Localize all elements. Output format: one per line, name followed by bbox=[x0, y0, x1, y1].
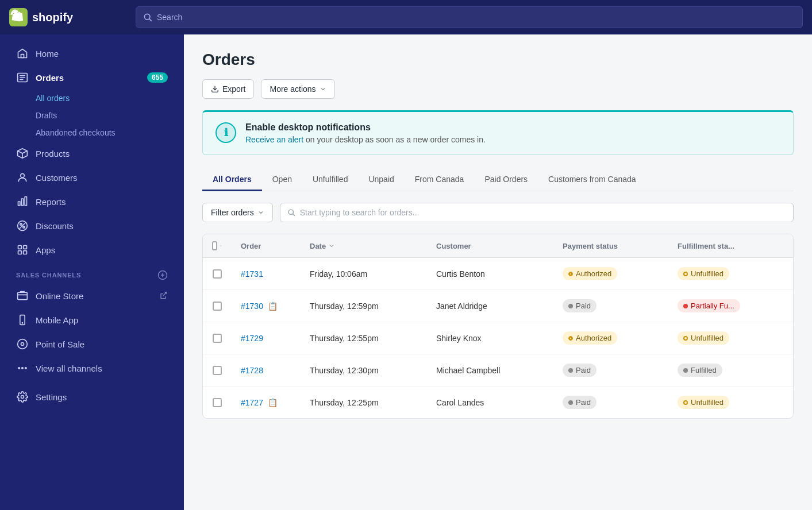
svg-rect-20 bbox=[24, 246, 27, 249]
sidebar-item-label: Point of Sale bbox=[36, 339, 84, 349]
row-checkbox[interactable] bbox=[203, 324, 232, 352]
order-number[interactable]: #1730 📋 bbox=[232, 292, 301, 320]
export-icon bbox=[211, 85, 219, 93]
badge-dot bbox=[683, 272, 688, 276]
svg-rect-15 bbox=[25, 197, 26, 206]
sidebar-item-pos[interactable]: Point of Sale bbox=[5, 332, 179, 356]
logo[interactable]: shopify bbox=[9, 8, 124, 26]
sidebar-item-online-store[interactable]: Online Store bbox=[5, 284, 179, 308]
payment-badge: Authorized bbox=[563, 267, 617, 280]
payment-status: Authorized bbox=[553, 258, 668, 289]
filter-button[interactable]: Filter orders bbox=[202, 203, 273, 222]
layout: Home Orders 655 All orders Drafts Abando… bbox=[0, 34, 812, 510]
external-link-icon[interactable] bbox=[159, 291, 168, 300]
order-number[interactable]: #1731 bbox=[232, 260, 301, 288]
svg-rect-3 bbox=[21, 55, 24, 58]
orders-icon bbox=[16, 71, 29, 84]
order-date: Thursday, 12:55pm bbox=[301, 324, 427, 352]
select-all-checkbox[interactable] bbox=[212, 241, 217, 250]
tab-unfulfilled[interactable]: Unfulfilled bbox=[302, 169, 358, 191]
sidebar-item-products[interactable]: Products bbox=[5, 141, 179, 165]
badge-dot bbox=[683, 368, 688, 373]
tab-unpaid[interactable]: Unpaid bbox=[358, 169, 404, 191]
sidebar-item-view-all-channels[interactable]: View all channels bbox=[5, 356, 179, 380]
svg-rect-19 bbox=[18, 246, 22, 249]
search-input[interactable] bbox=[157, 13, 795, 22]
tab-from-canada[interactable]: From Canada bbox=[405, 169, 475, 191]
more-actions-label: More actions bbox=[270, 84, 315, 94]
badge-dot bbox=[568, 336, 573, 341]
order-number[interactable]: #1728 bbox=[232, 357, 301, 384]
sidebar-item-reports[interactable]: Reports bbox=[5, 190, 179, 214]
table-row: #1728 Thursday, 12:30pm Michael Campbell… bbox=[203, 354, 793, 387]
search-icon bbox=[143, 13, 152, 22]
sub-label: All orders bbox=[36, 94, 70, 103]
order-number[interactable]: #1727 📋 bbox=[232, 389, 301, 416]
svg-point-16 bbox=[20, 223, 22, 225]
sidebar-item-label: Online Store bbox=[36, 291, 83, 301]
more-actions-button[interactable]: More actions bbox=[261, 79, 334, 99]
notification-link[interactable]: Receive an alert bbox=[245, 135, 303, 144]
export-label: Export bbox=[222, 84, 245, 94]
order-customer: Shirley Knox bbox=[427, 324, 553, 352]
row-checkbox[interactable] bbox=[203, 357, 232, 384]
sidebar-item-customers[interactable]: Customers bbox=[5, 165, 179, 190]
sidebar-item-discounts[interactable]: Discounts bbox=[5, 214, 179, 238]
chevron-down-icon[interactable] bbox=[220, 243, 222, 249]
badge-dot bbox=[568, 368, 573, 373]
sidebar-item-home[interactable]: Home bbox=[5, 41, 179, 65]
sidebar-item-apps[interactable]: Apps bbox=[5, 238, 179, 262]
apps-icon bbox=[16, 244, 29, 256]
order-number[interactable]: #1729 bbox=[232, 324, 301, 352]
notification-body: Receive an alert on your desktop as soon… bbox=[245, 135, 486, 144]
payment-badge: Authorized bbox=[563, 331, 617, 345]
sales-channels-label: SALES CHANNELS bbox=[0, 262, 184, 284]
sidebar-sub-all-orders[interactable]: All orders bbox=[5, 90, 179, 107]
sidebar-sub-drafts[interactable]: Drafts bbox=[5, 107, 179, 124]
row-checkbox[interactable] bbox=[203, 260, 232, 288]
orders-search-input[interactable] bbox=[300, 208, 786, 217]
shopify-logo-icon bbox=[9, 8, 28, 26]
sidebar-item-orders[interactable]: Orders 655 bbox=[5, 65, 179, 90]
th-date[interactable]: Date bbox=[301, 235, 427, 257]
order-customer: Carol Landes bbox=[427, 389, 553, 416]
filter-label: Filter orders bbox=[211, 208, 254, 217]
svg-point-30 bbox=[21, 343, 24, 346]
tab-paid-orders[interactable]: Paid Orders bbox=[474, 169, 538, 191]
order-date: Thursday, 12:59pm bbox=[301, 292, 427, 320]
payment-status: Authorized bbox=[553, 322, 668, 354]
note-icon: 📋 bbox=[268, 398, 278, 407]
order-customer: Michael Campbell bbox=[427, 357, 553, 384]
svg-line-10 bbox=[22, 151, 27, 153]
sidebar-item-label: Reports bbox=[36, 197, 66, 207]
search-bar[interactable] bbox=[136, 6, 803, 28]
fulfillment-badge: Unfulfilled bbox=[678, 396, 729, 409]
header: shopify bbox=[0, 0, 812, 34]
payment-status: Paid bbox=[553, 354, 668, 386]
tab-open[interactable]: Open bbox=[262, 169, 302, 191]
tab-customers-from-canada[interactable]: Customers from Canada bbox=[538, 169, 646, 191]
sidebar-item-mobile-app[interactable]: Mobile App bbox=[5, 308, 179, 332]
sidebar-sub-abandoned-checkouts[interactable]: Abandoned checkouts bbox=[5, 124, 179, 141]
logo-text: shopify bbox=[32, 11, 73, 24]
svg-line-11 bbox=[18, 151, 22, 153]
sidebar-item-settings[interactable]: Settings bbox=[5, 385, 179, 409]
order-customer: Curtis Benton bbox=[427, 260, 553, 288]
sub-label: Abandoned checkouts bbox=[36, 128, 116, 137]
notification-banner: ℹ Enable desktop notifications Receive a… bbox=[202, 110, 794, 155]
badge-dot bbox=[683, 336, 688, 341]
tab-all-orders[interactable]: All Orders bbox=[202, 169, 262, 191]
main-content: Orders Export More actions ℹ Enable desk… bbox=[184, 34, 812, 510]
sidebar-item-label: Mobile App bbox=[36, 315, 78, 325]
add-channel-icon[interactable] bbox=[157, 270, 168, 280]
table-row: #1729 Thursday, 12:55pm Shirley Knox Aut… bbox=[203, 322, 793, 354]
more-channels-icon bbox=[16, 362, 29, 374]
export-button[interactable]: Export bbox=[202, 79, 254, 99]
row-checkbox[interactable] bbox=[203, 389, 232, 416]
orders-search-container[interactable] bbox=[280, 203, 794, 222]
row-checkbox[interactable] bbox=[203, 292, 232, 320]
payment-status: Paid bbox=[553, 387, 668, 418]
discounts-icon bbox=[16, 219, 29, 232]
sidebar-item-label: Discounts bbox=[36, 221, 74, 231]
th-checkbox[interactable] bbox=[203, 234, 232, 257]
